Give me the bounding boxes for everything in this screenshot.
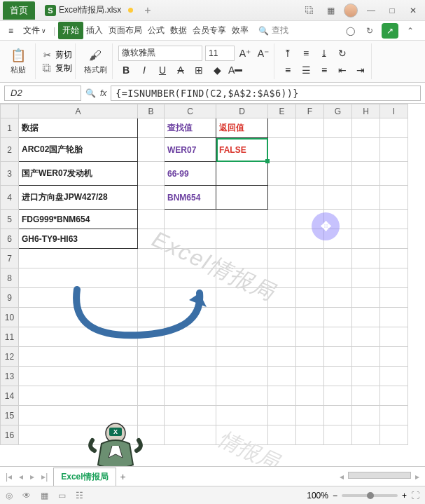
cell[interactable] bbox=[296, 308, 324, 327]
cell[interactable] bbox=[268, 229, 296, 249]
row-header[interactable]: 9 bbox=[1, 288, 19, 308]
cell[interactable] bbox=[324, 138, 352, 162]
zoom-in-button[interactable]: + bbox=[402, 491, 407, 500]
cell[interactable] bbox=[380, 162, 408, 186]
col-header[interactable]: D bbox=[216, 104, 268, 118]
cell[interactable]: 查找值 bbox=[165, 118, 216, 138]
cell[interactable] bbox=[216, 288, 268, 308]
cell[interactable] bbox=[324, 186, 352, 210]
spreadsheet[interactable]: ABCDEFGHI 1数据查找值返回值2ARC02国产轮胎WER07FALSE3… bbox=[0, 104, 408, 445]
cell[interactable] bbox=[380, 186, 408, 210]
layout-icon[interactable]: ⿻ bbox=[302, 3, 317, 18]
cell[interactable] bbox=[268, 249, 296, 268]
fullscreen-icon[interactable]: ⛶ bbox=[411, 491, 419, 500]
cell[interactable] bbox=[352, 210, 380, 229]
menu-item-6[interactable]: 效率 bbox=[229, 22, 251, 39]
cell[interactable] bbox=[296, 118, 324, 138]
cell[interactable] bbox=[352, 425, 380, 445]
cell[interactable] bbox=[138, 186, 165, 210]
col-header[interactable]: G bbox=[324, 104, 352, 118]
cell[interactable] bbox=[324, 268, 352, 288]
col-header[interactable]: E bbox=[268, 104, 296, 118]
cloud-icon[interactable]: ◯ bbox=[342, 23, 358, 39]
cell[interactable]: 国产WER07发动机 bbox=[19, 162, 138, 186]
cell[interactable] bbox=[380, 268, 408, 288]
cell[interactable] bbox=[352, 386, 380, 406]
cell[interactable]: 66-99 bbox=[165, 162, 216, 186]
row-header[interactable]: 5 bbox=[1, 210, 19, 229]
cell[interactable] bbox=[352, 288, 380, 308]
cell[interactable] bbox=[324, 386, 352, 406]
orientation-icon[interactable]: ↻ bbox=[335, 46, 350, 61]
cell[interactable] bbox=[352, 229, 380, 249]
decrease-font-icon[interactable]: A⁻ bbox=[256, 46, 271, 61]
cell[interactable] bbox=[296, 327, 324, 347]
cell[interactable] bbox=[138, 210, 165, 229]
cell[interactable] bbox=[380, 249, 408, 268]
hscrollbar[interactable] bbox=[348, 472, 411, 479]
cell[interactable] bbox=[268, 268, 296, 288]
cell[interactable] bbox=[268, 138, 296, 162]
cell[interactable] bbox=[165, 367, 216, 386]
cell[interactable] bbox=[19, 347, 138, 367]
col-header[interactable]: F bbox=[296, 104, 324, 118]
align-mid-icon[interactable]: ≡ bbox=[298, 46, 314, 61]
cell[interactable] bbox=[380, 425, 408, 445]
cell[interactable] bbox=[268, 118, 296, 138]
cell[interactable]: 返回值 bbox=[216, 118, 268, 138]
col-header[interactable]: H bbox=[352, 104, 380, 118]
record-icon[interactable]: ◎ bbox=[6, 491, 13, 500]
search-fx-icon[interactable]: 🔍 bbox=[85, 88, 96, 98]
fill-color-button[interactable]: ◆ bbox=[209, 62, 225, 78]
align-left-icon[interactable]: ≡ bbox=[280, 62, 295, 78]
col-header[interactable]: C bbox=[165, 104, 216, 118]
indent-dec-icon[interactable]: ⇤ bbox=[335, 62, 350, 78]
tab-scroll-first-icon[interactable]: |◂ bbox=[4, 472, 13, 482]
menu-item-4[interactable]: 数据 bbox=[167, 22, 190, 39]
cell[interactable] bbox=[268, 367, 296, 386]
row-header[interactable]: 12 bbox=[1, 347, 19, 367]
history-icon[interactable]: ↻ bbox=[362, 23, 377, 39]
cell[interactable] bbox=[216, 268, 268, 288]
cell[interactable] bbox=[380, 327, 408, 347]
cell[interactable]: 数据 bbox=[19, 118, 138, 138]
cell[interactable] bbox=[380, 138, 408, 162]
cell[interactable] bbox=[352, 162, 380, 186]
paste-button[interactable]: 📋粘贴 bbox=[4, 48, 32, 75]
cell[interactable] bbox=[324, 118, 352, 138]
file-tab[interactable]: S Excel情报局.xlsx bbox=[39, 1, 139, 20]
cell[interactable] bbox=[380, 118, 408, 138]
grid-view-icon[interactable]: ▦ bbox=[41, 491, 48, 500]
cell[interactable] bbox=[352, 249, 380, 268]
borders-button[interactable]: ⊞ bbox=[191, 62, 207, 78]
row-header[interactable]: 7 bbox=[1, 249, 19, 268]
cell[interactable] bbox=[268, 425, 296, 445]
cell[interactable] bbox=[296, 138, 324, 162]
indent-inc-icon[interactable]: ⇥ bbox=[353, 62, 368, 78]
font-color-button[interactable]: A bbox=[228, 62, 243, 78]
cell[interactable]: WER07 bbox=[165, 138, 216, 162]
cell-reference-box[interactable]: D2 bbox=[4, 86, 81, 101]
cell[interactable] bbox=[268, 186, 296, 210]
tab-scroll-prev-icon[interactable]: ◂ bbox=[18, 472, 25, 482]
cell[interactable]: FALSE bbox=[216, 138, 268, 162]
cell[interactable] bbox=[324, 327, 352, 347]
cell[interactable]: FDG999*BNM654 bbox=[19, 210, 138, 229]
cell[interactable] bbox=[352, 118, 380, 138]
cell[interactable] bbox=[138, 138, 165, 162]
cell[interactable] bbox=[268, 288, 296, 308]
menu-hamburger-icon[interactable]: ≡ bbox=[4, 25, 18, 37]
cell[interactable] bbox=[138, 367, 165, 386]
cell[interactable] bbox=[380, 347, 408, 367]
cell[interactable] bbox=[216, 386, 268, 406]
strike-button[interactable]: A bbox=[173, 62, 188, 78]
cell[interactable] bbox=[296, 347, 324, 367]
sheet-tab[interactable]: Excel情报局 bbox=[53, 468, 116, 486]
cell[interactable] bbox=[216, 249, 268, 268]
eye-icon[interactable]: 👁 bbox=[22, 491, 31, 500]
cell[interactable] bbox=[324, 249, 352, 268]
search-box[interactable]: 🔍 查找 bbox=[258, 25, 288, 36]
cell[interactable] bbox=[352, 327, 380, 347]
zoom-out-button[interactable]: − bbox=[333, 491, 337, 500]
cell[interactable] bbox=[165, 229, 216, 249]
